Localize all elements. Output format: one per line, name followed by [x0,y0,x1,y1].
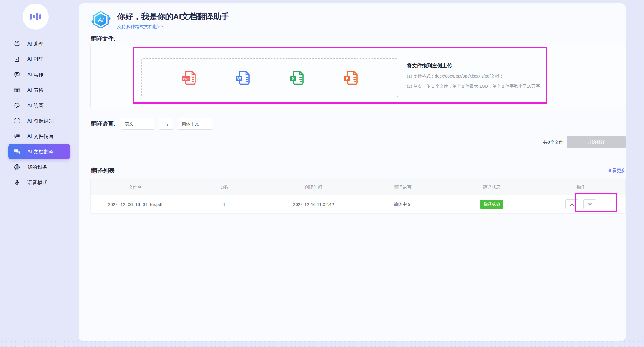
swap-icon [163,121,169,127]
column-header: 翻译语言 [358,179,447,195]
sidebar-item-label: AI 文档翻译 [27,148,54,155]
sidebar-item-label: AI 表格 [27,87,44,94]
download-icon [570,202,575,207]
source-language-value: 英文 [125,121,133,127]
sidebar-item-ai-ocr[interactable]: ocr AI 图像识别 [8,113,70,128]
table-body: 2024_12_06_19_01_55.pdf12024-12-16 11:02… [91,195,626,214]
column-header: 文件名 [91,179,180,195]
list-title: 翻译列表 [90,167,115,175]
sidebar-item-label: 语音模式 [27,179,47,186]
swap-languages-button[interactable] [159,118,173,130]
svg-text:X: X [292,76,295,81]
target-language-value: 简体中文 [182,121,199,127]
sidebar-item-ai-assistant[interactable]: AI 助理 [8,36,70,52]
svg-text:PDF: PDF [183,77,190,80]
waveform-logo-icon [28,10,43,23]
column-header: 翻译状态 [447,179,536,195]
upload-card: PDF W X P 将文件拖到左侧上传 (1) 支持格式：docx/doc/pp… [90,44,626,109]
list-header: 翻译列表 查看更多 [90,167,626,175]
svg-text:P: P [16,58,17,61]
word-file-icon: W [235,70,251,86]
sidebar-item-ai-ppt[interactable]: P AI PPT [8,52,70,67]
svg-text:A: A [17,152,19,154]
start-row: 共0个文件 开始翻译 [90,136,626,148]
sidebar-item-label: AI PPT [27,56,43,62]
status-cell: 翻译成功 [447,195,536,214]
upload-format-note: (1) 支持格式：docx/doc/pptx/ppt/xlsx/xls/pdf文… [407,73,544,79]
svg-text:AI: AI [98,17,104,23]
sidebar-item-ai-drawing[interactable]: AI 绘画 [8,98,70,113]
sidebar-item-label: 我的设备 [27,164,47,171]
sidebar: AI 助理P AI PPT AI 写作 AI 表格 AI 绘画ocr AI 图像… [0,0,79,347]
upload-size-note: (2) 单次上传 1 个文件，单个文件最大 1GB，单个文件字数小于10万字。 [407,83,544,89]
file-dropzone[interactable]: PDF W X P [141,58,398,97]
palette-icon [14,102,20,109]
language-section-label: 翻译语言: [91,120,115,128]
app-logo [23,4,49,30]
robot-icon [14,41,20,47]
sidebar-item-label: AI 绘画 [27,102,44,109]
hero: AI 你好，我是你的AI文档翻译助手 支持多种格式文档翻译~ [91,10,229,30]
ocr-icon: ocr [14,118,20,124]
ai-hexagon-icon: AI [91,10,111,30]
actions-cell [536,195,626,214]
download-button[interactable] [565,199,578,209]
main-content: AI 你好，我是你的AI文档翻译助手 支持多种格式文档翻译~ 翻译文件: PDF… [79,3,626,341]
table-header-row: 文件名页数创建时间翻译语言翻译状态操作 [91,179,626,195]
ppt-file-icon: P [342,70,359,86]
translation-table: 文件名页数创建时间翻译语言翻译状态操作 2024_12_06_19_01_55.… [90,179,626,214]
trash-icon [587,202,592,207]
page-subtitle: 支持多种格式文档翻译~ [117,24,229,30]
sidebar-item-label: AI 写作 [27,71,44,78]
sidebar-item-ai-doc-translate[interactable]: A AI 文档翻译 [8,144,70,159]
page-title: 你好，我是你的AI文档翻译助手 [117,11,229,22]
svg-text:W: W [237,76,241,81]
svg-text:AI: AI [16,166,18,168]
ppt-file-icon: P [14,56,20,62]
sidebar-item-ai-table[interactable]: AI 表格 [8,82,70,98]
sidebar-item-ai-writing[interactable]: AI 写作 [8,67,70,82]
pages-cell: 1 [180,195,269,214]
delete-button[interactable] [583,199,596,209]
upload-section-label: 翻译文件: [91,35,115,43]
svg-text:ocr: ocr [16,120,18,122]
sidebar-item-my-devices[interactable]: AI 我的设备 [8,159,70,175]
view-more-link[interactable]: 查看更多 [608,168,626,174]
filename-cell: 2024_12_06_19_01_55.pdf [91,195,180,214]
status-badge: 翻译成功 [480,200,503,209]
translate-icon: A [14,148,20,155]
file-count: 共0个文件 [543,139,563,145]
column-header: 创建时间 [269,179,358,195]
sidebar-item-label: AI 文件转写 [27,133,54,140]
excel-file-icon: X [288,70,305,86]
transcribe-icon [14,133,20,139]
source-language-select[interactable]: 英文 [121,118,154,130]
table-row: 2024_12_06_19_01_55.pdf12024-12-16 11:02… [91,195,626,214]
language-cell: 简体中文 [358,195,447,214]
upload-instructions: 将文件拖到左侧上传 (1) 支持格式：docx/doc/pptx/ppt/xls… [407,62,544,89]
section-divider [90,158,626,158]
sidebar-item-label: AI 助理 [27,41,44,47]
svg-text:P: P [346,76,348,81]
app: AI 助理P AI PPT AI 写作 AI 表格 AI 绘画ocr AI 图像… [0,0,644,347]
writing-icon [14,71,20,78]
devices-icon: AI [14,164,20,170]
sidebar-menu: AI 助理P AI PPT AI 写作 AI 表格 AI 绘画ocr AI 图像… [0,36,79,190]
target-language-select[interactable]: 简体中文 [178,118,213,130]
sidebar-item-ai-transcribe[interactable]: AI 文件转写 [8,128,70,144]
pdf-file-icon: PDF [181,70,197,86]
start-translate-button[interactable]: 开始翻译 [567,136,626,148]
table-icon [14,87,20,93]
created-cell: 2024-12-16 11:02:42 [269,195,358,214]
voice-icon [14,179,20,186]
upload-instructions-title: 将文件拖到左侧上传 [407,62,544,69]
sidebar-item-label: AI 图像识别 [27,118,54,124]
language-row: 翻译语言: 英文 简体中文 [91,118,213,130]
column-header: 操作 [536,179,626,195]
column-header: 页数 [180,179,269,195]
background-dots [0,340,644,347]
sidebar-item-voice-mode[interactable]: 语音模式 [8,175,70,190]
